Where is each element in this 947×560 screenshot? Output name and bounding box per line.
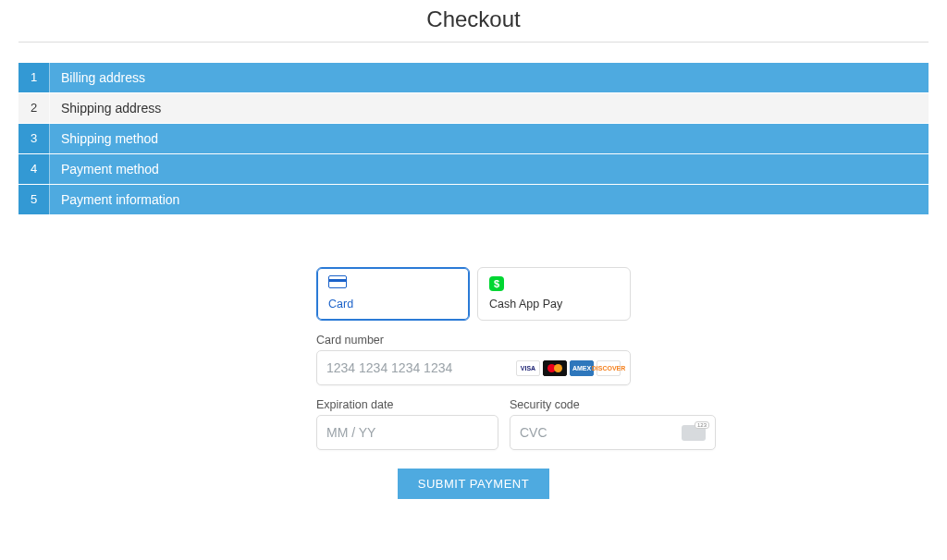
tab-card-label: Card (328, 298, 353, 310)
card-number-input[interactable] (326, 351, 516, 384)
expiration-input[interactable] (326, 416, 488, 449)
step-number: 3 (18, 124, 50, 153)
card-brand-logos: VISA AMEX DISCOVER (516, 360, 621, 376)
step-payment-method[interactable]: 4 Payment method (18, 154, 929, 185)
step-shipping-method[interactable]: 3 Shipping method (18, 124, 929, 154)
step-label: Shipping method (50, 124, 929, 153)
step-label: Payment method (50, 154, 929, 184)
step-number: 2 (18, 93, 50, 123)
card-number-field-wrap: VISA AMEX DISCOVER (316, 350, 631, 385)
cvc-input[interactable] (520, 416, 682, 449)
cvc-label: Security code (510, 398, 716, 411)
step-number: 1 (18, 63, 50, 92)
submit-payment-button[interactable]: SUBMIT PAYMENT (398, 469, 549, 499)
step-number: 4 (18, 154, 50, 184)
step-label: Payment information (50, 185, 929, 214)
tab-cashapp-label: Cash App Pay (489, 298, 562, 310)
expiration-field-wrap (316, 415, 498, 450)
tab-card[interactable]: Card (316, 267, 470, 321)
tab-cash-app-pay[interactable]: $ Cash App Pay (477, 267, 631, 321)
payment-method-tabs: Card $ Cash App Pay (316, 267, 631, 321)
step-shipping-address[interactable]: 2 Shipping address (18, 93, 929, 124)
step-billing-address[interactable]: 1 Billing address (18, 63, 929, 93)
discover-icon: DISCOVER (596, 360, 621, 376)
cvc-field-wrap (510, 415, 716, 450)
checkout-steps: 1 Billing address 2 Shipping address 3 S… (18, 63, 929, 215)
step-number: 5 (18, 185, 50, 214)
cashapp-icon: $ (489, 276, 504, 291)
step-label: Shipping address (50, 93, 929, 123)
cvc-icon (682, 425, 706, 441)
step-payment-information[interactable]: 5 Payment information (18, 185, 929, 215)
card-number-label: Card number (316, 334, 631, 347)
mastercard-icon (543, 360, 567, 376)
step-label: Billing address (50, 63, 929, 92)
card-icon (328, 275, 347, 288)
expiration-label: Expiration date (316, 398, 498, 411)
amex-icon: AMEX (570, 360, 594, 376)
page-title: Checkout (18, 0, 929, 43)
payment-form: Card $ Cash App Pay Card number VISA AME… (316, 267, 631, 499)
visa-icon: VISA (516, 360, 540, 376)
